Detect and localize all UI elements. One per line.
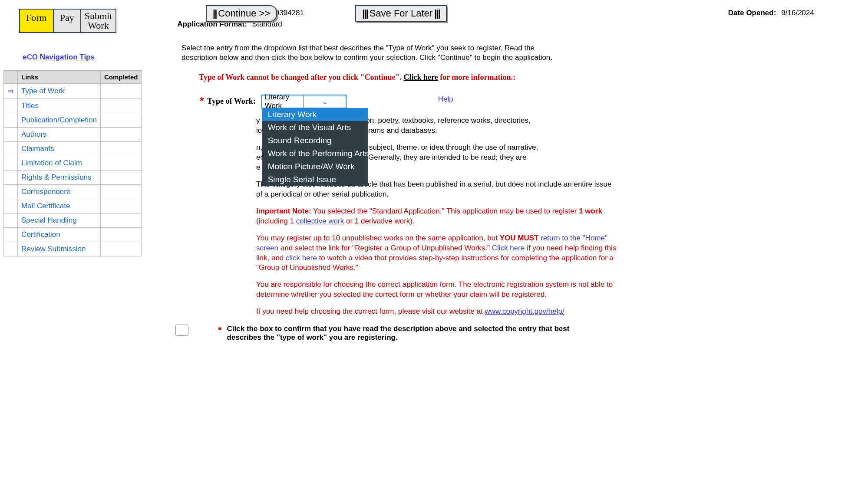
save-for-later-button[interactable]: |||Save For Later|||: [355, 5, 446, 22]
collective-work-link[interactable]: collective work: [296, 217, 344, 225]
arrow-cell: [4, 213, 18, 228]
sidebar-link[interactable]: Type of Work: [21, 87, 65, 95]
sidebar-link[interactable]: Titles: [21, 102, 39, 110]
sidebar-link[interactable]: Review Submission: [21, 245, 86, 253]
links-table: Links Completed ⇒Type of WorkTitlesPubli…: [3, 70, 142, 256]
nav-tips-link[interactable]: eCO Navigation Tips: [23, 53, 132, 62]
type-of-work-warning: Type of Work cannot be changed after you…: [199, 73, 866, 82]
type-of-work-label: Type of Work:: [207, 97, 255, 106]
required-asterisk: *: [200, 95, 204, 107]
arrow-cell: [4, 156, 18, 171]
confirm-checkbox[interactable]: [175, 325, 188, 336]
sidebar-link[interactable]: Publication/Completion: [21, 116, 97, 124]
dropdown-option[interactable]: Work of the Visual Arts: [262, 121, 368, 134]
sidebar-link[interactable]: Mail Certificate: [21, 202, 70, 210]
sidebar-link[interactable]: Limitation of Claim: [21, 159, 82, 167]
links-header: Links: [18, 71, 101, 84]
sidebar-link[interactable]: Authors: [21, 130, 47, 138]
copyright-help-link[interactable]: www.copyright.gov/help/: [485, 307, 564, 315]
instructions-text: Select the entry from the dropdown list …: [182, 43, 564, 62]
tab-submit-work[interactable]: Submit Work: [81, 10, 116, 32]
chevron-down-icon: ⌄: [304, 95, 346, 108]
arrow-cell: [4, 99, 18, 113]
arrow-cell: [4, 199, 18, 213]
dropdown-option[interactable]: Sound Recording: [262, 134, 368, 147]
click-here-video-link[interactable]: click here: [286, 254, 317, 262]
arrow-cell: [4, 185, 18, 199]
arrow-cell: [4, 171, 18, 185]
arrow-cell: [4, 242, 18, 256]
arrow-cell: [4, 142, 18, 156]
dropdown-option[interactable]: Single Serial Issue: [262, 173, 368, 186]
tab-form[interactable]: Form: [20, 10, 54, 32]
sidebar-link[interactable]: Certification: [21, 230, 60, 239]
required-asterisk: *: [218, 325, 222, 336]
arrow-cell: [4, 228, 18, 242]
dropdown-option[interactable]: Motion Picture/AV Work: [262, 160, 368, 173]
sidebar-link[interactable]: Correspondent: [21, 187, 70, 196]
bars-icon: |||: [434, 8, 439, 19]
continue-button[interactable]: ||Continue >>: [206, 5, 277, 22]
dropdown-option[interactable]: Literary Work: [262, 108, 368, 121]
help-link[interactable]: Help: [438, 95, 453, 104]
top-tabs: Form Pay Submit Work: [19, 9, 116, 33]
sidebar-link[interactable]: Claimants: [21, 144, 54, 153]
click-here-link[interactable]: Click here: [404, 73, 438, 82]
tab-submit-line2: Work: [88, 20, 109, 31]
type-of-work-options: Literary WorkWork of the Visual ArtsSoun…: [262, 108, 368, 186]
confirm-text: Click the box to confirm that you have r…: [227, 325, 574, 342]
bars-icon: |||: [362, 8, 367, 19]
arrow-cell: [4, 128, 18, 142]
arrow-cell: [4, 113, 18, 128]
type-of-work-select[interactable]: Literary Work ⌄: [262, 95, 346, 108]
tab-pay[interactable]: Pay: [54, 10, 81, 32]
sidebar-link[interactable]: Rights & Permissions: [21, 173, 92, 181]
arrow-cell: ⇒: [4, 84, 18, 99]
dropdown-option[interactable]: Work of the Performing Arts: [262, 147, 368, 160]
bars-icon: ||: [213, 8, 216, 19]
sidebar-link[interactable]: Special Handling: [21, 216, 77, 224]
click-here-help-link[interactable]: Click here: [492, 244, 525, 252]
